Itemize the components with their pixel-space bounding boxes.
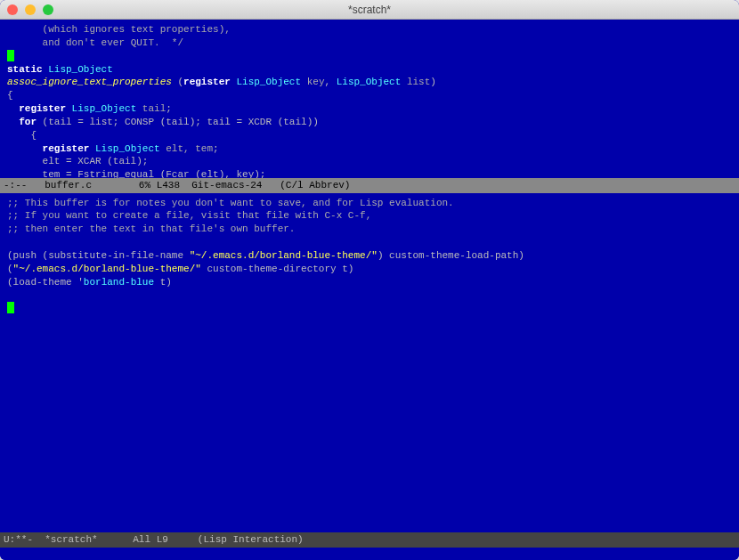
- close-button[interactable]: [7, 4, 18, 15]
- cursor: [7, 302, 14, 313]
- code-line: and don't ever QUIT. */: [7, 37, 183, 48]
- maximize-button[interactable]: [43, 4, 53, 15]
- titlebar: *scratch*: [0, 0, 739, 20]
- traffic-lights: [7, 4, 53, 15]
- code-line: static Lisp_Object: [7, 64, 113, 75]
- modeline-top[interactable]: -:-- buffer.c 6% L438 Git-emacs-24 (C/l …: [0, 178, 739, 193]
- minibuffer[interactable]: [0, 548, 739, 560]
- code-line: ;; then enter the text in that file's ow…: [7, 223, 295, 234]
- code-line: register Lisp_Object elt, tem;: [7, 143, 219, 154]
- window-title: *scratch*: [0, 4, 739, 16]
- code-line: elt = XCAR (tail);: [7, 156, 148, 166]
- code-line: {: [7, 90, 13, 101]
- code-line: (which ignores text properties),: [7, 24, 231, 35]
- editor-pane-top[interactable]: (which ignores text properties), and don…: [0, 20, 739, 178]
- code-line: ;; This buffer is for notes you don't wa…: [7, 198, 454, 208]
- code-line: tem = Fstring_equal (Fcar (elt), key);: [7, 169, 265, 178]
- code-line: register Lisp_Object tail;: [7, 103, 172, 114]
- code-line: (push (substitute-in-file-name "~/.emacs…: [7, 250, 524, 261]
- cursor: [7, 50, 14, 61]
- minimize-button[interactable]: [25, 4, 36, 15]
- code-line: {: [7, 130, 37, 141]
- code-line: for (tail = list; CONSP (tail); tail = X…: [7, 117, 319, 127]
- modeline-bottom[interactable]: U:**- *scratch* All L9 (Lisp Interaction…: [0, 532, 739, 548]
- app-window: *scratch* (which ignores text properties…: [0, 0, 739, 560]
- code-line: ("~/.emacs.d/borland-blue-theme/" custom…: [7, 264, 353, 274]
- editor-pane-bottom[interactable]: ;; This buffer is for notes you don't wa…: [0, 193, 739, 533]
- code-line: ;; If you want to create a file, visit t…: [7, 210, 371, 221]
- code-line: (load-theme 'borland-blue t): [7, 277, 172, 288]
- code-line: assoc_ignore_text_properties (register L…: [7, 77, 436, 87]
